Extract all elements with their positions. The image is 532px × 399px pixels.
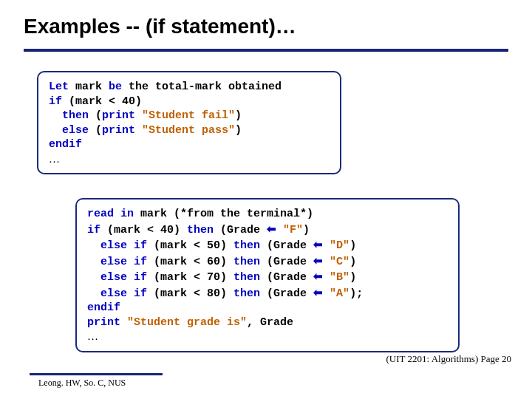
code-text: ) xyxy=(235,109,242,122)
code-text: the total-mark obtained xyxy=(122,81,282,93)
code-text: print xyxy=(87,316,120,329)
code-text xyxy=(49,124,62,137)
code-text xyxy=(87,239,100,252)
code-text: else if xyxy=(100,256,147,268)
code-text: ) xyxy=(235,124,242,137)
left-arrow-icon: ⬅ xyxy=(313,270,323,282)
code-text: endif xyxy=(87,301,120,314)
code-text: (Grade xyxy=(260,271,313,284)
left-arrow-icon: ⬅ xyxy=(313,238,323,250)
code-ellipsis: … xyxy=(87,330,98,342)
code-text: "F" xyxy=(283,224,303,236)
code-text: then xyxy=(233,239,260,252)
code-text: (mark < 50) xyxy=(147,239,233,252)
left-arrow-icon: ⬅ xyxy=(313,286,323,299)
code-text: , Grade xyxy=(247,316,293,329)
code-text: print xyxy=(102,109,135,122)
code-text: (Grade xyxy=(260,239,313,252)
code-text: Let xyxy=(49,81,69,93)
code-text: endif xyxy=(49,138,82,151)
code-box-1: Let mark be the total-mark obtained if (… xyxy=(37,71,341,174)
code-text: be xyxy=(109,81,122,93)
code-text xyxy=(323,271,330,284)
code-text: (Grade xyxy=(260,287,313,300)
code-text: mark xyxy=(69,81,109,93)
code-text: else if xyxy=(100,287,147,300)
code-text: else if xyxy=(100,239,147,252)
code-text: (mark < 40) xyxy=(100,224,187,236)
code-text xyxy=(276,224,283,236)
code-text xyxy=(135,109,142,122)
code-text: "Student grade is" xyxy=(127,316,247,329)
code-text: mark (*from the terminal*) xyxy=(134,208,313,220)
code-text: (mark < 60) xyxy=(147,256,233,268)
code-text xyxy=(87,287,100,300)
code-box-2: read in mark (*from the terminal*) if (m… xyxy=(75,198,460,352)
code-text: if xyxy=(87,224,100,236)
code-text xyxy=(135,124,142,137)
code-text: (mark < 70) xyxy=(147,271,233,284)
footer-author: Leong. HW, So. C, NUS xyxy=(30,378,163,389)
code-text: ) xyxy=(303,224,310,236)
code-text: then xyxy=(187,224,214,236)
code-text xyxy=(323,239,330,252)
code-text xyxy=(49,109,62,122)
code-text xyxy=(87,271,100,284)
slide-title: Examples -- (if statement)… xyxy=(24,15,296,38)
code-text: ); xyxy=(349,287,363,300)
code-text: then xyxy=(233,256,260,268)
code-text: (mark < 40) xyxy=(62,95,142,108)
code-text: else if xyxy=(100,271,147,284)
code-text: ( xyxy=(89,109,102,122)
slide: Examples -- (if statement)… Let mark be … xyxy=(0,0,532,399)
left-arrow-icon: ⬅ xyxy=(267,222,276,235)
code-text: ( xyxy=(89,124,102,137)
footer-rule xyxy=(30,373,163,375)
code-text: if xyxy=(49,95,62,108)
code-text xyxy=(323,287,330,300)
footer-author-block: Leong. HW, So. C, NUS xyxy=(30,373,163,389)
code-text: read in xyxy=(87,208,134,220)
code-text: print xyxy=(102,124,135,137)
left-arrow-icon: ⬅ xyxy=(313,254,323,267)
code-text: "A" xyxy=(330,287,349,300)
code-text: "Student pass" xyxy=(142,124,235,137)
code-text: (Grade xyxy=(260,256,313,268)
code-ellipsis: … xyxy=(49,153,60,165)
code-text: then xyxy=(62,109,89,122)
code-text: then xyxy=(233,271,260,284)
code-text: then xyxy=(233,287,260,300)
code-text: (mark < 80) xyxy=(147,287,233,300)
code-text: else xyxy=(62,124,89,137)
code-text xyxy=(120,316,127,329)
code-text: "Student fail" xyxy=(142,109,235,122)
code-text: "D" xyxy=(330,239,349,252)
code-text: (Grade xyxy=(214,224,267,236)
code-text: ) xyxy=(349,239,356,252)
code-text: ) xyxy=(349,256,356,268)
code-text: "C" xyxy=(330,256,349,268)
title-underline xyxy=(24,49,508,52)
code-text xyxy=(323,256,330,268)
footer-page-info: (UIT 2201: Algorithms) Page 20 xyxy=(386,353,511,365)
code-text: "B" xyxy=(330,271,349,284)
code-text: ) xyxy=(349,271,356,284)
code-text xyxy=(87,256,100,268)
